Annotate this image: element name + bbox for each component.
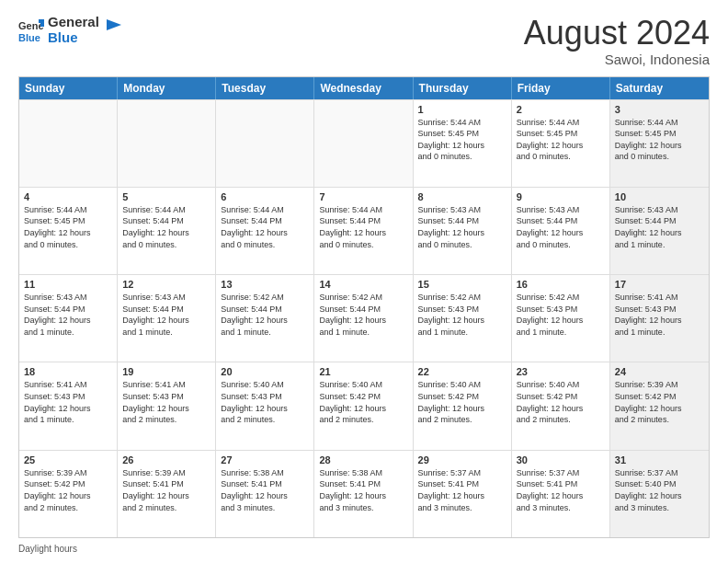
cal-cell: 17Sunrise: 5:41 AM Sunset: 5:43 PM Dayli… xyxy=(610,275,709,362)
cal-cell: 1Sunrise: 5:44 AM Sunset: 5:45 PM Daylig… xyxy=(414,100,512,187)
cal-header-cell-thursday: Thursday xyxy=(414,77,512,99)
cell-text: Sunrise: 5:37 AM Sunset: 5:41 PM Dayligh… xyxy=(517,467,605,513)
day-number: 16 xyxy=(517,279,605,290)
cell-text: Sunrise: 5:43 AM Sunset: 5:44 PM Dayligh… xyxy=(615,204,704,250)
cell-text: Sunrise: 5:39 AM Sunset: 5:41 PM Dayligh… xyxy=(122,467,210,513)
cal-cell: 7Sunrise: 5:44 AM Sunset: 5:44 PM Daylig… xyxy=(314,188,413,274)
day-number: 26 xyxy=(122,454,210,465)
day-number: 7 xyxy=(319,191,407,202)
cell-text: Sunrise: 5:44 AM Sunset: 5:45 PM Dayligh… xyxy=(418,117,506,163)
cell-text: Sunrise: 5:43 AM Sunset: 5:44 PM Dayligh… xyxy=(24,292,112,338)
cell-text: Sunrise: 5:38 AM Sunset: 5:41 PM Dayligh… xyxy=(221,467,309,513)
cal-row-2: 11Sunrise: 5:43 AM Sunset: 5:44 PM Dayli… xyxy=(19,274,709,362)
month-title: August 2024 xyxy=(524,15,710,52)
cal-cell: 11Sunrise: 5:43 AM Sunset: 5:44 PM Dayli… xyxy=(19,275,118,362)
cal-cell: 29Sunrise: 5:37 AM Sunset: 5:41 PM Dayli… xyxy=(414,451,512,537)
day-number: 2 xyxy=(517,104,605,115)
svg-marker-4 xyxy=(40,23,44,27)
day-number: 23 xyxy=(517,366,605,377)
cell-text: Sunrise: 5:40 AM Sunset: 5:43 PM Dayligh… xyxy=(221,379,309,425)
logo-flag-icon xyxy=(105,17,123,36)
cell-text: Sunrise: 5:43 AM Sunset: 5:44 PM Dayligh… xyxy=(517,204,605,250)
cell-text: Sunrise: 5:39 AM Sunset: 5:42 PM Dayligh… xyxy=(615,379,704,425)
cell-text: Sunrise: 5:39 AM Sunset: 5:42 PM Dayligh… xyxy=(24,467,112,513)
day-number: 5 xyxy=(122,191,210,202)
cal-cell: 31Sunrise: 5:37 AM Sunset: 5:40 PM Dayli… xyxy=(610,451,709,537)
day-number: 4 xyxy=(24,191,112,202)
cell-text: Sunrise: 5:44 AM Sunset: 5:44 PM Dayligh… xyxy=(319,204,407,250)
cal-cell xyxy=(118,100,216,187)
cal-header-cell-monday: Monday xyxy=(118,77,216,99)
day-number: 29 xyxy=(418,454,506,465)
cal-row-4: 25Sunrise: 5:39 AM Sunset: 5:42 PM Dayli… xyxy=(19,450,709,537)
cell-text: Sunrise: 5:41 AM Sunset: 5:43 PM Dayligh… xyxy=(122,379,210,425)
cal-cell: 18Sunrise: 5:41 AM Sunset: 5:43 PM Dayli… xyxy=(19,362,118,449)
cell-text: Sunrise: 5:37 AM Sunset: 5:40 PM Dayligh… xyxy=(615,467,704,513)
cal-row-0: 1Sunrise: 5:44 AM Sunset: 5:45 PM Daylig… xyxy=(19,99,709,187)
cal-header-cell-saturday: Saturday xyxy=(610,77,709,99)
day-number: 31 xyxy=(615,454,704,465)
cal-cell: 20Sunrise: 5:40 AM Sunset: 5:43 PM Dayli… xyxy=(216,362,314,449)
day-number: 8 xyxy=(418,191,506,202)
day-number: 27 xyxy=(221,454,309,465)
cell-text: Sunrise: 5:44 AM Sunset: 5:45 PM Dayligh… xyxy=(615,117,704,163)
day-number: 22 xyxy=(418,366,506,377)
cal-cell: 28Sunrise: 5:38 AM Sunset: 5:41 PM Dayli… xyxy=(314,451,413,537)
day-number: 20 xyxy=(221,366,309,377)
cal-cell: 5Sunrise: 5:44 AM Sunset: 5:44 PM Daylig… xyxy=(118,188,216,274)
cal-cell: 6Sunrise: 5:44 AM Sunset: 5:44 PM Daylig… xyxy=(216,188,314,274)
logo-general-text: General xyxy=(48,15,99,30)
cal-cell xyxy=(314,100,413,187)
logo-blue-text: Blue xyxy=(48,30,99,46)
day-number: 21 xyxy=(319,366,407,377)
day-number: 9 xyxy=(517,191,605,202)
day-number: 15 xyxy=(418,279,506,290)
day-number: 24 xyxy=(615,366,704,377)
location: Sawoi, Indonesia xyxy=(524,52,710,67)
logo-icon: General Blue xyxy=(18,17,44,43)
day-number: 25 xyxy=(24,454,112,465)
cal-cell xyxy=(216,100,314,187)
day-number: 1 xyxy=(418,104,506,115)
cal-cell: 24Sunrise: 5:39 AM Sunset: 5:42 PM Dayli… xyxy=(610,362,709,449)
day-number: 6 xyxy=(221,191,309,202)
day-number: 28 xyxy=(319,454,407,465)
cell-text: Sunrise: 5:43 AM Sunset: 5:44 PM Dayligh… xyxy=(122,292,210,338)
cal-header-cell-sunday: Sunday xyxy=(19,77,118,99)
title-block: August 2024 Sawoi, Indonesia xyxy=(524,15,710,67)
cell-text: Sunrise: 5:42 AM Sunset: 5:43 PM Dayligh… xyxy=(418,292,506,338)
cal-row-1: 4Sunrise: 5:44 AM Sunset: 5:45 PM Daylig… xyxy=(19,187,709,274)
cell-text: Sunrise: 5:37 AM Sunset: 5:41 PM Dayligh… xyxy=(418,467,506,513)
cal-row-3: 18Sunrise: 5:41 AM Sunset: 5:43 PM Dayli… xyxy=(19,362,709,449)
cal-cell: 21Sunrise: 5:40 AM Sunset: 5:42 PM Dayli… xyxy=(314,362,413,449)
day-number: 11 xyxy=(24,279,112,290)
day-number: 14 xyxy=(319,279,407,290)
daylight-label: Daylight hours xyxy=(18,544,77,554)
page: General Blue General Blue August 2024 Sa… xyxy=(0,0,728,563)
cal-cell: 12Sunrise: 5:43 AM Sunset: 5:44 PM Dayli… xyxy=(118,275,216,362)
cell-text: Sunrise: 5:42 AM Sunset: 5:43 PM Dayligh… xyxy=(517,292,605,338)
cal-cell: 16Sunrise: 5:42 AM Sunset: 5:43 PM Dayli… xyxy=(512,275,610,362)
cell-text: Sunrise: 5:40 AM Sunset: 5:42 PM Dayligh… xyxy=(319,379,407,425)
cal-cell: 15Sunrise: 5:42 AM Sunset: 5:43 PM Dayli… xyxy=(414,275,512,362)
day-number: 10 xyxy=(615,191,704,202)
day-number: 30 xyxy=(517,454,605,465)
cell-text: Sunrise: 5:44 AM Sunset: 5:44 PM Dayligh… xyxy=(221,204,309,250)
cell-text: Sunrise: 5:41 AM Sunset: 5:43 PM Dayligh… xyxy=(615,292,704,338)
cal-cell: 9Sunrise: 5:43 AM Sunset: 5:44 PM Daylig… xyxy=(512,188,610,274)
cal-cell: 4Sunrise: 5:44 AM Sunset: 5:45 PM Daylig… xyxy=(19,188,118,274)
day-number: 18 xyxy=(24,366,112,377)
cal-cell: 10Sunrise: 5:43 AM Sunset: 5:44 PM Dayli… xyxy=(610,188,709,274)
calendar: SundayMondayTuesdayWednesdayThursdayFrid… xyxy=(18,76,710,538)
cal-cell: 14Sunrise: 5:42 AM Sunset: 5:44 PM Dayli… xyxy=(314,275,413,362)
cell-text: Sunrise: 5:42 AM Sunset: 5:44 PM Dayligh… xyxy=(319,292,407,338)
cal-header-cell-friday: Friday xyxy=(512,77,610,99)
cell-text: Sunrise: 5:44 AM Sunset: 5:44 PM Dayligh… xyxy=(122,204,210,250)
day-number: 3 xyxy=(615,104,704,115)
logo: General Blue General Blue xyxy=(18,15,123,45)
cal-cell: 26Sunrise: 5:39 AM Sunset: 5:41 PM Dayli… xyxy=(118,451,216,537)
cell-text: Sunrise: 5:43 AM Sunset: 5:44 PM Dayligh… xyxy=(418,204,506,250)
cal-cell: 30Sunrise: 5:37 AM Sunset: 5:41 PM Dayli… xyxy=(512,451,610,537)
day-number: 19 xyxy=(122,366,210,377)
cell-text: Sunrise: 5:38 AM Sunset: 5:41 PM Dayligh… xyxy=(319,467,407,513)
